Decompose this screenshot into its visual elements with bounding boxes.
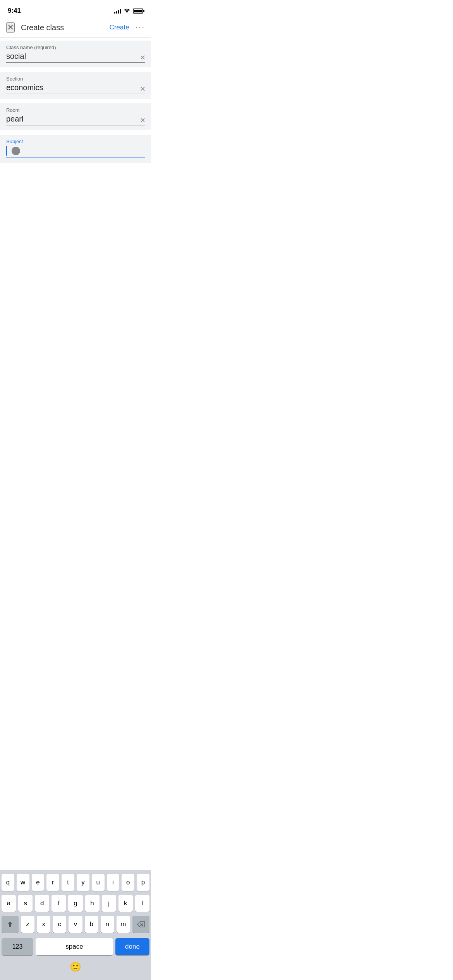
status-time: 9:41 [8, 7, 21, 15]
create-button[interactable]: Create [110, 24, 129, 31]
more-options-button[interactable]: ··· [136, 22, 145, 33]
drag-handle [12, 147, 20, 155]
status-bar: 9:41 [0, 0, 151, 19]
signal-icon [114, 8, 121, 14]
subject-input-area[interactable] [6, 146, 145, 158]
room-input[interactable] [6, 115, 145, 125]
section-field: Section ✕ [0, 72, 151, 99]
text-cursor [6, 146, 7, 156]
header: ✕ Create class Create ··· [0, 19, 151, 38]
close-button[interactable]: ✕ [6, 22, 15, 33]
spacer [0, 171, 151, 302]
page-title: Create class [21, 23, 64, 32]
class-name-field: Class name (required) ✕ [0, 41, 151, 67]
subject-field: Subject [0, 135, 151, 163]
section-input[interactable] [6, 83, 145, 94]
subject-label: Subject [6, 139, 145, 144]
class-name-label: Class name (required) [6, 45, 145, 50]
battery-icon [133, 9, 143, 14]
status-icons [114, 8, 143, 14]
section-label: Section [6, 76, 145, 82]
room-label: Room [6, 107, 145, 113]
room-field: Room ✕ [0, 103, 151, 130]
form-area: Class name (required) ✕ Section ✕ Room ✕… [0, 38, 151, 171]
class-name-input[interactable] [6, 52, 145, 63]
room-clear-button[interactable]: ✕ [140, 116, 146, 125]
section-clear-button[interactable]: ✕ [140, 85, 146, 93]
class-name-clear-button[interactable]: ✕ [140, 53, 146, 62]
wifi-icon [124, 8, 130, 14]
